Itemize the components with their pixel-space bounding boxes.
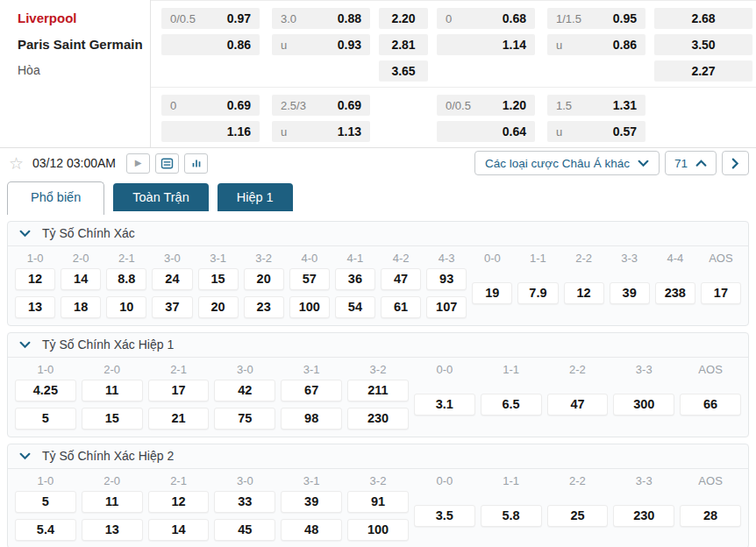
odds-cell[interactable]: 1.16 — [161, 121, 260, 142]
odds-button[interactable]: 11 — [82, 491, 143, 513]
odds-cell[interactable]: 3.50 — [654, 34, 752, 55]
odds-button[interactable]: 36 — [335, 268, 375, 290]
star-icon[interactable]: ☆ — [9, 155, 24, 172]
handicap-label: u — [556, 125, 562, 139]
odds-button[interactable]: 20 — [244, 268, 284, 290]
odds-button[interactable]: 15 — [198, 268, 239, 290]
tab-popular[interactable]: Phổ biến — [7, 181, 104, 215]
odds-button[interactable]: 15 — [82, 408, 143, 430]
odds-button[interactable]: 3.1 — [414, 394, 475, 416]
odds-cell[interactable]: 3.65 — [379, 60, 428, 82]
odds-button[interactable]: 91 — [347, 491, 409, 513]
chevron-down-icon[interactable] — [19, 452, 31, 460]
odds-button[interactable]: 12 — [15, 268, 55, 290]
odds-cell[interactable]: u0.86 — [547, 34, 645, 55]
market-count-toggle[interactable]: 71 — [665, 151, 717, 175]
odds-button[interactable]: 230 — [347, 408, 409, 430]
odds-button[interactable]: 66 — [680, 394, 741, 416]
bet-slip-button[interactable] — [155, 153, 179, 174]
odds-cell[interactable]: 00.68 — [437, 8, 535, 29]
odds-button[interactable]: 24 — [152, 268, 192, 290]
chevron-down-icon[interactable] — [19, 230, 31, 238]
odds-button[interactable]: 61 — [381, 296, 421, 318]
odds-cell[interactable]: u0.93 — [272, 34, 370, 55]
score-label: 3-1 — [281, 471, 342, 491]
odds-cell[interactable]: 0/0.51.20 — [437, 95, 535, 116]
odds-button[interactable]: 3.5 — [414, 505, 475, 527]
odds-button[interactable]: 98 — [281, 408, 342, 430]
odds-button[interactable]: 6.5 — [481, 394, 542, 416]
odds-value: 1.31 — [613, 98, 637, 112]
odds-button[interactable]: 300 — [613, 394, 674, 416]
odds-cell[interactable]: 2.27 — [654, 60, 752, 82]
odds-cell[interactable]: 2.20 — [379, 8, 428, 29]
odds-button[interactable]: 10 — [106, 296, 146, 318]
odds-button[interactable]: 13 — [82, 519, 143, 541]
odds-cell[interactable]: 2.68 — [654, 8, 752, 29]
odds-cell[interactable]: 1/1.50.95 — [547, 8, 645, 29]
odds-button[interactable]: 57 — [289, 268, 330, 290]
odds-button[interactable]: 45 — [214, 519, 275, 541]
odds-button[interactable]: 54 — [335, 296, 375, 318]
odds-button[interactable]: 48 — [281, 519, 342, 541]
betting-odds-page: Liverpool Paris Saint Germain Hòa 0/0.50… — [0, 0, 756, 547]
odds-button[interactable]: 14 — [61, 268, 101, 290]
odds-button[interactable]: 25 — [547, 505, 609, 527]
odds-cell[interactable]: 1.14 — [437, 34, 535, 55]
odds-button[interactable]: 5 — [15, 491, 76, 513]
odds-cell[interactable]: 0.86 — [161, 34, 260, 55]
odds-button[interactable]: 13 — [15, 296, 55, 318]
odds-button[interactable]: 39 — [281, 491, 342, 513]
odds-button[interactable]: 47 — [547, 394, 609, 416]
odds-button[interactable]: 39 — [610, 282, 650, 304]
odds-button[interactable]: 47 — [381, 268, 421, 290]
odds-cell[interactable]: 0.64 — [437, 121, 535, 142]
odds-cell[interactable]: 0/0.50.97 — [161, 8, 260, 29]
odds-button[interactable]: 5.8 — [481, 505, 542, 527]
odds-button[interactable]: 14 — [148, 519, 210, 541]
score-column: 2-01115 — [79, 359, 146, 430]
odds-button[interactable]: 17 — [148, 380, 210, 401]
tab-first-half[interactable]: Hiệp 1 — [218, 183, 293, 211]
odds-button[interactable]: 18 — [61, 296, 101, 318]
odds-button[interactable]: 7.9 — [517, 282, 558, 304]
odds-button[interactable]: 75 — [214, 408, 275, 430]
odds-button[interactable]: 28 — [680, 505, 741, 527]
odds-button[interactable]: 5 — [15, 408, 76, 430]
odds-button[interactable]: 100 — [347, 519, 409, 541]
odds-button[interactable]: 230 — [613, 505, 674, 527]
odds-button[interactable]: 8.8 — [106, 268, 146, 290]
other-asian-bets-dropdown[interactable]: Các loại cược Châu Á khác — [474, 151, 660, 175]
odds-button[interactable]: 42 — [214, 380, 275, 401]
odds-cell[interactable]: 00.69 — [161, 95, 260, 116]
stats-button[interactable] — [184, 153, 208, 174]
odds-cell[interactable]: u1.13 — [272, 121, 370, 142]
odds-cell[interactable]: 2.5/30.69 — [272, 95, 370, 116]
odds-button[interactable]: 100 — [289, 296, 330, 318]
chevron-down-icon[interactable] — [19, 341, 31, 349]
odds-button[interactable]: 20 — [198, 296, 239, 318]
odds-button[interactable]: 67 — [281, 380, 342, 401]
odds-button[interactable]: 12 — [564, 282, 604, 304]
odds-button[interactable]: 238 — [655, 282, 695, 304]
odds-button[interactable]: 37 — [152, 296, 192, 318]
odds-cell[interactable]: u0.57 — [547, 121, 645, 142]
odds-cell[interactable]: 2.81 — [379, 34, 428, 55]
odds-button[interactable]: 107 — [426, 296, 467, 318]
odds-button[interactable]: 21 — [148, 408, 210, 430]
odds-button[interactable]: 17 — [701, 282, 741, 304]
odds-button[interactable]: 33 — [214, 491, 275, 513]
odds-button[interactable]: 23 — [244, 296, 284, 318]
next-button[interactable] — [722, 151, 749, 175]
odds-button[interactable]: 211 — [347, 380, 409, 401]
odds-cell[interactable]: 1.51.31 — [547, 95, 645, 116]
odds-button[interactable]: 93 — [426, 268, 467, 290]
odds-button[interactable]: 19 — [472, 282, 512, 304]
odds-button[interactable]: 4.25 — [15, 380, 76, 401]
odds-button[interactable]: 12 — [148, 491, 210, 513]
odds-button[interactable]: 5.4 — [15, 519, 76, 541]
odds-cell[interactable]: 3.00.88 — [272, 8, 370, 29]
play-button[interactable]: ▶ — [126, 153, 150, 174]
tab-full-match[interactable]: Toàn Trận — [113, 183, 209, 211]
odds-button[interactable]: 11 — [82, 380, 143, 401]
